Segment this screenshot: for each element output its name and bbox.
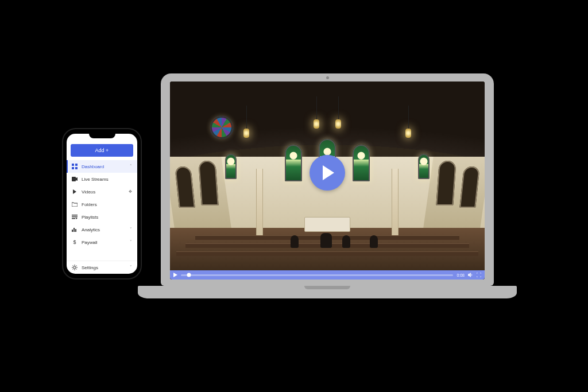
- sidebar-item-label: Dashboard: [82, 164, 104, 169]
- person-silhouette: [291, 235, 299, 248]
- sidebar-item-videos[interactable]: Videos ✥: [67, 185, 137, 198]
- rose-window: [210, 116, 233, 139]
- svg-rect-5: [72, 215, 78, 216]
- dollar-icon: $: [72, 239, 78, 245]
- stained-glass-window: [418, 154, 430, 179]
- phone-screen: Add + Dashboard ˄ Live Streams Videos: [67, 134, 137, 274]
- add-button[interactable]: Add +: [71, 144, 133, 157]
- sidebar-item-folders[interactable]: Folders: [67, 198, 137, 211]
- svg-rect-3: [75, 167, 78, 169]
- volume-icon[interactable]: [468, 273, 473, 278]
- pillar: [392, 169, 399, 236]
- laptop-camera-dot: [326, 76, 329, 79]
- svg-point-12: [74, 266, 76, 269]
- sidebar-item-label: Folders: [82, 202, 97, 207]
- sidebar-item-live-streams[interactable]: Live Streams: [67, 173, 137, 185]
- pew: [176, 251, 478, 256]
- arch: [436, 161, 456, 205]
- play-pause-button[interactable]: [173, 273, 177, 277]
- chevron-up-icon: ˄: [130, 164, 132, 169]
- play-button[interactable]: [310, 155, 345, 191]
- stained-glass-window: [285, 145, 302, 181]
- elapsed-time: 0:08: [457, 273, 465, 277]
- person-silhouette: [342, 235, 350, 248]
- phone-mockup: Add + Dashboard ˄ Live Streams Videos: [63, 129, 141, 278]
- fullscreen-icon[interactable]: [477, 273, 481, 278]
- grid-icon: [72, 164, 78, 169]
- pillar: [256, 169, 263, 236]
- stained-glass-window: [225, 154, 237, 179]
- altar: [304, 217, 350, 232]
- bar-chart-icon: [72, 227, 78, 232]
- sidebar-item-label: Paywall: [82, 240, 98, 245]
- playlist-icon: [72, 214, 78, 220]
- svg-rect-9: [74, 228, 75, 232]
- stained-glass-window: [353, 145, 370, 181]
- svg-line-19: [76, 266, 77, 267]
- sidebar-item-label: Videos: [82, 189, 95, 195]
- sidebar-nav: Dashboard ˄ Live Streams Videos ✥: [67, 160, 137, 261]
- chevron-down-icon: ˅: [130, 227, 132, 232]
- sidebar-item-settings[interactable]: Settings ˅: [67, 261, 137, 274]
- folder-icon: [72, 201, 78, 207]
- svg-rect-7: [72, 218, 75, 219]
- sidebar-item-dashboard[interactable]: Dashboard ˄: [67, 160, 137, 173]
- sidebar-item-label: Analytics: [82, 227, 100, 232]
- svg-rect-4: [72, 177, 76, 181]
- gear-icon: [72, 265, 78, 270]
- svg-rect-0: [72, 164, 74, 166]
- svg-rect-1: [75, 164, 78, 166]
- svg-text:$: $: [73, 239, 76, 245]
- svg-rect-2: [72, 167, 74, 169]
- chevron-down-icon: ˅: [130, 265, 132, 270]
- svg-line-18: [76, 269, 77, 270]
- phone-notch: [89, 133, 115, 138]
- svg-line-17: [73, 266, 74, 267]
- pendant-lamp: [243, 129, 249, 138]
- chevron-down-icon: ˅: [130, 240, 132, 244]
- pendant-lamp: [335, 119, 341, 129]
- sidebar-item-label: Playlists: [82, 215, 98, 220]
- arch: [198, 161, 218, 205]
- seek-bar[interactable]: [181, 274, 453, 276]
- person-silhouette: [320, 233, 332, 248]
- video-controls: 0:08: [170, 270, 485, 280]
- seek-knob[interactable]: [187, 273, 191, 277]
- play-icon: [322, 165, 335, 180]
- svg-rect-10: [75, 229, 76, 232]
- video-camera-icon: [72, 176, 78, 182]
- sidebar-item-playlists[interactable]: Playlists: [67, 211, 137, 223]
- sidebar-footer: Settings ˅: [67, 261, 137, 274]
- laptop-base: [138, 286, 517, 298]
- sidebar-item-analytics[interactable]: Analytics ˅: [67, 223, 137, 236]
- person-silhouette: [370, 235, 378, 248]
- pendant-lamp: [405, 129, 411, 138]
- pendant-lamp: [314, 119, 319, 129]
- sidebar-item-label: Live Streams: [82, 177, 109, 182]
- sidebar-item-paywall[interactable]: $ Paywall ˅: [67, 236, 137, 249]
- play-icon: [72, 189, 78, 195]
- svg-line-20: [73, 269, 74, 270]
- laptop-mockup: 0:08: [161, 73, 494, 298]
- sidebar-item-label: Settings: [82, 265, 98, 270]
- laptop-lid: 0:08: [161, 73, 494, 286]
- laptop-screen: 0:08: [170, 81, 485, 280]
- cursor-icon: ✥: [129, 189, 132, 194]
- svg-rect-8: [72, 230, 73, 232]
- svg-rect-6: [72, 216, 78, 218]
